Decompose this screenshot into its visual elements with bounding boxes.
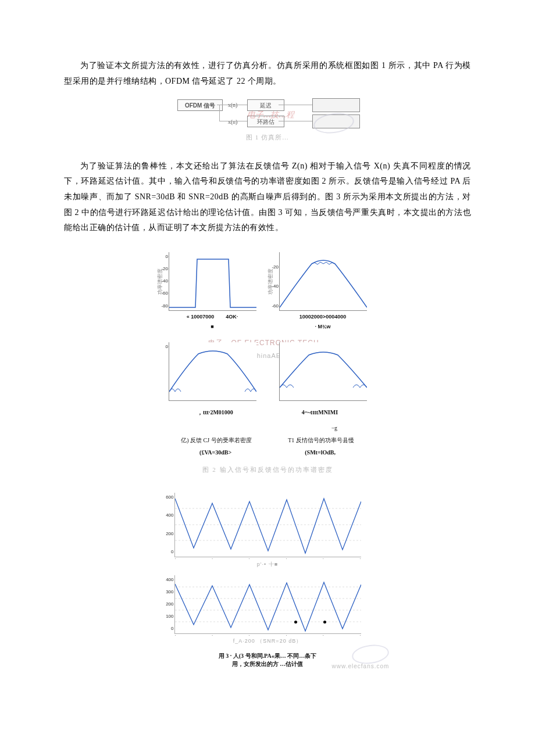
paragraph-2: 为了验证算法的鲁棒性，本文还给出了算法在反馈信号 Z(n) 相对于输入信号 X(…	[64, 159, 471, 236]
fig2d-sub2: (SMt=lOdB,	[305, 447, 336, 458]
figure-3: 600 400 200 0 ······ p'·• 十■	[64, 488, 471, 672]
fig2-caption: 图 2 输入信号和反馈信号的功率谱密度	[163, 464, 372, 476]
fig3b-yticks: 400 300 200 100 0	[160, 575, 174, 633]
figure-1: OFDM 信号 x(n) 延迟 x(n) 环路估 电子…技…程 图 1 仿真所…	[64, 97, 471, 148]
fig2a-xtick-r: 4OK·	[226, 314, 238, 320]
fig2d-xtick: 4··~ttttMNIMI	[302, 407, 338, 418]
fig3-caption-line1: 用 3 · 人(3 号和同.PA«果… 不同…条下	[166, 652, 369, 660]
fig3a-yticks: 600 400 200 0	[160, 493, 174, 557]
paragraph-1: 为了验证本文所提方法的有效性，进行了仿真分析。仿真所采用的系统框图如图 1 所示…	[64, 58, 471, 89]
fig3-plot-a: 600 400 200 0 ······	[174, 493, 361, 557]
fig1-block-ofdm: OFDM 信号	[177, 99, 223, 111]
fig2-plot-a: 功率谱密度 0 -20 -40 -60 -80 « 100	[169, 252, 256, 332]
fig2c-sub2: (£VA=30dB>	[199, 447, 231, 458]
fig2-plot-d	[279, 342, 366, 402]
fig2b-yticks: -20 -40 -60	[267, 252, 279, 310]
fig2d-xtick-extra: ··g	[331, 422, 337, 433]
fig2-plot-b: 功率谱密度 -20 -40 -60 1000200	[279, 252, 366, 332]
fig2c-sub1: 亿) 反馈 CJ 号的受率若密度	[181, 435, 251, 446]
fig2a-xtick: « 10007000	[187, 314, 215, 320]
fig3-watermark: www.elecfans.com	[317, 661, 404, 672]
fig3a-xticks: ······	[175, 554, 361, 563]
fig2b-xtick: 10002000>0004000	[279, 312, 366, 322]
fig1-caption: 图 1 仿真所…	[177, 131, 358, 144]
fig3b-xticks: ······	[175, 631, 361, 640]
fig1-block-output-top	[312, 98, 360, 112]
fig1-label-xn-bottom: x(n)	[221, 117, 244, 126]
fig2a-yticks: 0 -20 -40 -60 -80	[156, 252, 168, 310]
fig2d-sub1: T1 反情信号的功率号县慢	[288, 435, 354, 446]
fig3b-marker-2	[323, 621, 326, 624]
figure-2: 功率谱密度 0 -20 -40 -60 -80 « 100	[64, 252, 471, 478]
fig3-plot-b: 400 300 200 100 0	[174, 575, 361, 634]
fig2c-xtick: ，ttt·2M01000	[197, 407, 233, 418]
fig2a-xlabel: ■	[169, 322, 256, 332]
fig3b-marker-1	[294, 621, 297, 624]
fig2b-xlabel: · M¾w	[279, 322, 366, 332]
fig2c-yticks: 0	[156, 342, 168, 400]
fig1-block-loop: 环路估	[247, 116, 284, 127]
fig2-plot-c: 0	[169, 342, 256, 402]
fig1-block-delay: 延迟	[247, 99, 284, 111]
